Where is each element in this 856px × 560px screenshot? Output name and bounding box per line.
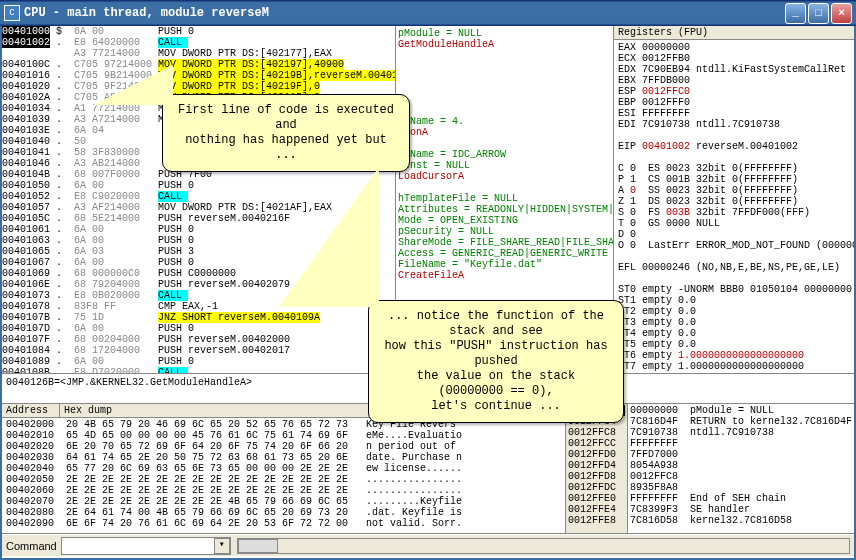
stack-row[interactable]: FFFFFFFF End of SEH chain — [630, 493, 852, 504]
register-line: D 0 — [618, 229, 850, 240]
app-icon: C — [4, 5, 20, 21]
command-dropdown-icon[interactable]: ▾ — [214, 538, 230, 554]
register-line: EDX 7C90EB94 ntdll.KiFastSystemCallRet — [618, 64, 850, 75]
command-label: Command — [6, 540, 57, 552]
dump-row[interactable]: 00402040 65 77 20 6C 69 63 65 6E 73 65 0… — [6, 463, 561, 474]
annotation-callout-1: First line of code is executed and nothi… — [162, 94, 410, 172]
info-line: pModule = NULL — [398, 28, 611, 39]
dump-row[interactable]: 00402090 6E 6F 74 20 76 61 6C 69 64 2E 2… — [6, 518, 561, 529]
register-line: EFL 00000246 (NO,NB,E,BE,NS,PE,GE,LE) — [618, 262, 850, 273]
register-line: ST4 empty 0.0 — [618, 328, 850, 339]
register-line: ST6 empty 1.0000000000000000000 — [618, 350, 850, 361]
stack-row[interactable]: 00000000 pModule = NULL — [630, 405, 852, 416]
info-line: Mode = OPEN_EXISTING — [398, 215, 611, 226]
info-line: lpName = IDC_ARROW — [398, 149, 611, 160]
info-line — [398, 83, 611, 94]
dump-row[interactable]: 00402070 2E 2E 2E 2E 2E 2E 2E 2E 2E 4B 6… — [6, 496, 561, 507]
dump-row[interactable]: 00402060 2E 2E 2E 2E 2E 2E 2E 2E 2E 2E 2… — [6, 485, 561, 496]
stack-row[interactable]: 7C816D58 kernel32.7C816D58 — [630, 515, 852, 526]
stack-pane[interactable]: 0012FFC0 0012FFC40012FFC80012FFCC0012FFD… — [566, 404, 854, 533]
disasm-row[interactable]: 0040107F . 68 00204000 PUSH reverseM.004… — [2, 334, 395, 345]
disasm-row[interactable]: 0040107B . 75 1D JNZ SHORT reverseM.0040… — [2, 312, 395, 323]
info-line: CreateFileA — [398, 270, 611, 281]
info-line — [398, 72, 611, 83]
register-line: ECX 0012FFB0 — [618, 53, 850, 64]
register-line: A 0 SS 0023 32bit 0(FFFFFFFF) — [618, 185, 850, 196]
register-line: ST0 empty -UNORM BBB0 01050104 00000000 — [618, 284, 850, 295]
close-button[interactable]: × — [831, 3, 852, 24]
info-line: ShareMode = FILE_SHARE_READ|FILE_SHARE — [398, 237, 611, 248]
register-line: EBX 7FFDB000 — [618, 75, 850, 86]
stack-row[interactable]: 7FFD7000 — [630, 449, 852, 460]
dump-row[interactable]: 00402010 65 4D 65 00 00 00 00 45 76 61 6… — [6, 430, 561, 441]
info-line: Attributes = READONLY|HIDDEN|SYSTEM|AF — [398, 204, 611, 215]
stack-row[interactable]: 7C910738 ntdll.7C910738 — [630, 427, 852, 438]
register-line: EIP 00401002 reverseM.00401002 — [618, 141, 850, 152]
disasm-row[interactable]: 0040108B . E8 D7020000 CALL — [2, 367, 395, 373]
horizontal-scrollbar[interactable] — [237, 538, 850, 554]
dump-row[interactable]: 00402050 2E 2E 2E 2E 2E 2E 2E 2E 2E 2E 2… — [6, 474, 561, 485]
register-line: Z 1 DS 0023 32bit 0(FFFFFFFF) — [618, 196, 850, 207]
disasm-row[interactable]: 00401084 . 68 17204000 PUSH reverseM.004… — [2, 345, 395, 356]
disasm-row[interactable]: 0040100C . C705 97214000 MOV DWORD PTR D… — [2, 59, 395, 70]
register-line: EAX 00000000 — [618, 42, 850, 53]
register-line: EDI 7C910738 ntdll.7C910738 — [618, 119, 850, 130]
info-line — [398, 94, 611, 105]
register-line — [618, 273, 850, 284]
disasm-row[interactable]: 00401000 $ 6A 00 PUSH 0 — [2, 26, 395, 37]
dump-col-address: Address — [2, 404, 60, 417]
register-line: ST2 empty 0.0 — [618, 306, 850, 317]
disasm-row[interactable]: 00401016 . C705 9B214000 MOV DWORD PTR D… — [2, 70, 395, 81]
info-line: GetModuleHandleA — [398, 39, 611, 50]
register-line: ST3 empty 0.0 — [618, 317, 850, 328]
disasm-row[interactable]: 0040107D . 6A 00 PUSH 0 — [2, 323, 395, 334]
info-line — [398, 138, 611, 149]
registers-pane[interactable]: Registers (FPU) EAX 00000000ECX 0012FFB0… — [614, 26, 854, 373]
dump-row[interactable]: 00402030 64 61 74 65 2E 20 50 75 72 63 6… — [6, 452, 561, 463]
stack-row[interactable]: 0012FFC8 — [630, 471, 852, 482]
register-line: 3 2 1 0 E S P U O Z D — [618, 372, 850, 373]
register-line: ST5 empty 0.0 — [618, 339, 850, 350]
stack-row[interactable]: 7C816D4F RETURN to kernel32.7C816D4F — [630, 416, 852, 427]
info-line: LoadCursorA — [398, 171, 611, 182]
info-line — [398, 105, 611, 116]
disasm-row[interactable]: A3 77214000 MOV DWORD PTR DS:[402177],EA… — [2, 48, 395, 59]
disasm-row[interactable]: 00401020 . C705 9F214000 MOV DWORD PTR D… — [2, 81, 395, 92]
maximize-button[interactable]: □ — [808, 3, 829, 24]
info-line — [398, 281, 611, 292]
register-line: P 1 CS 001B 32bit 0(FFFFFFFF) — [618, 174, 850, 185]
register-line: ST7 empty 1.0000000000000000000 — [618, 361, 850, 372]
info-line — [398, 50, 611, 61]
hex-dump-pane[interactable]: Address Hex dump ASCII 00402000 20 4B 65… — [2, 404, 566, 533]
disasm-row[interactable]: 00401002 . E8 64020000 CALL — [2, 37, 395, 48]
window-title: CPU - main thread, module reverseM — [24, 6, 785, 20]
info-line: Access = GENERIC_READ|GENERIC_WRITE — [398, 248, 611, 259]
info-line: pSecurity = NULL — [398, 226, 611, 237]
info-line: hTemplateFile = NULL — [398, 193, 611, 204]
stack-row[interactable]: 7C8399F3 SE handler — [630, 504, 852, 515]
scrollbar-thumb[interactable] — [238, 539, 278, 553]
stack-row[interactable]: 8054A938 — [630, 460, 852, 471]
register-line: EBP 0012FFF0 — [618, 97, 850, 108]
register-line — [618, 130, 850, 141]
register-line: ST1 empty 0.0 — [618, 295, 850, 306]
registers-header: Registers (FPU) — [614, 26, 854, 40]
command-input[interactable]: ▾ — [61, 537, 231, 555]
register-line: S 0 FS 003B 32bit 7FFDF000(FFF) — [618, 207, 850, 218]
dump-row[interactable]: 00402020 6E 20 70 65 72 69 6F 64 20 6F 7… — [6, 441, 561, 452]
stack-row[interactable]: 8935F8A8 — [630, 482, 852, 493]
titlebar: C CPU - main thread, module reverseM _ □… — [0, 0, 856, 26]
register-line: T 0 GS 0000 NULL — [618, 218, 850, 229]
register-line: ESP 0012FFC0 — [618, 86, 850, 97]
disasm-row[interactable]: 00401089 . 6A 00 PUSH 0 — [2, 356, 395, 367]
register-line — [618, 152, 850, 163]
info-line — [398, 61, 611, 72]
stack-row[interactable]: FFFFFFFF — [630, 438, 852, 449]
register-line: O 0 LastErr ERROR_MOD_NOT_FOUND (0000007… — [618, 240, 850, 251]
minimize-button[interactable]: _ — [785, 3, 806, 24]
register-line: ESI FFFFFFFF — [618, 108, 850, 119]
info-line: lpName = 4. — [398, 116, 611, 127]
annotation-callout-2: ... notice the function of the stack and… — [368, 300, 624, 423]
info-line: IconA — [398, 127, 611, 138]
dump-row[interactable]: 00402080 2E 64 61 74 00 4B 65 79 66 69 6… — [6, 507, 561, 518]
